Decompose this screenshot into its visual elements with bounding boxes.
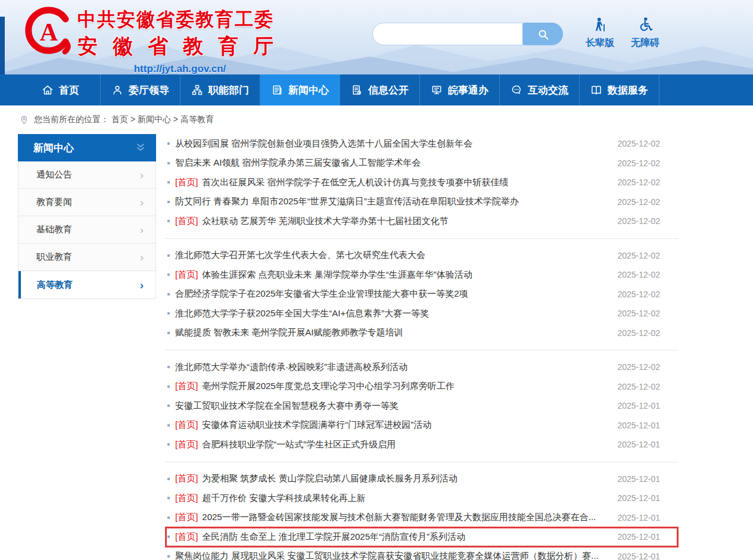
news-title[interactable]: 从校园到国展 宿州学院创新创业项目强势入选第十八届全国大学生创新年会 xyxy=(175,138,608,150)
news-group: 淮北师范大学举办“遗韵传承·校园映彩”非遗进高校系列活动2025-12-02[首… xyxy=(166,357,678,455)
wheelchair-icon xyxy=(637,17,654,33)
front-page-tag: [首页] xyxy=(175,381,198,392)
news-date: 2025-12-02 xyxy=(617,139,660,148)
nav-item-services[interactable]: 皖事通办 xyxy=(420,74,500,105)
sidebar-item-basic-edu[interactable]: 基础教育› xyxy=(18,216,155,244)
news-item[interactable]: [首页]合肥科技职业学院“一站式”学生社区正式升级启用2025-12-01 xyxy=(166,435,678,455)
news-title[interactable]: 聚焦岗位能力 展现职业风采 安徽工贸职业技术学院喜获安徽省职业技能竞赛全媒体运营… xyxy=(175,550,608,560)
news-item[interactable]: 淮北师范大学举办“遗韵传承·校园映彩”非遗进高校系列活动2025-12-02 xyxy=(166,357,678,377)
news-date: 2025-12-01 xyxy=(617,513,660,522)
nav-item-info-public[interactable]: 信息公开 xyxy=(340,74,420,105)
bullet-icon xyxy=(167,273,170,276)
news-title[interactable]: 全民消防 生命至上 淮北理工学院开展2025年“消防宣传月”系列活动 xyxy=(202,531,608,543)
news-item[interactable]: [首页]安徽体育运动职业技术学院圆满举行“门球冠军进校园”活动2025-12-0… xyxy=(166,416,678,435)
bullet-icon xyxy=(167,366,170,368)
nav-label: 职能部门 xyxy=(209,83,249,97)
news-title[interactable]: 赋能提质 智教未来 亳州学院开展AI赋能教师教学专题培训 xyxy=(175,327,608,338)
news-title[interactable]: 首次出征展风采 宿州学院学子在低空无人机设计仿真与竞技专项赛中斩获佳绩 xyxy=(202,177,608,188)
bullet-icon xyxy=(167,220,170,222)
sidebar-item-label: 通知公告 xyxy=(36,169,72,181)
org-title-line1: 中共安徽省委教育工委 xyxy=(77,7,282,32)
news-title[interactable]: 安徽体育运动职业技术学院圆满举行“门球冠军进校园”活动 xyxy=(202,419,608,431)
front-page-tag: [首页] xyxy=(175,269,198,281)
bullet-icon xyxy=(167,385,170,388)
search-button[interactable] xyxy=(522,23,563,45)
front-page-tag: [首页] xyxy=(175,493,198,504)
nav-item-leaders[interactable]: 委厅领导 xyxy=(101,74,181,105)
sidebar-item-higher-edu[interactable]: 高等教育› xyxy=(18,271,155,298)
news-title[interactable]: 超千万作价 安徽大学科技成果转化再上新 xyxy=(202,493,608,504)
bullet-icon xyxy=(167,536,170,538)
bullet-icon xyxy=(167,201,170,203)
data-icon xyxy=(590,84,602,96)
news-title[interactable]: 亳州学院开展2025年度党总支理论学习中心组学习列席旁听工作 xyxy=(202,381,608,392)
news-item[interactable]: 赋能提质 智教未来 亳州学院开展AI赋能教师教学专题培训2025-12-02 xyxy=(166,323,678,343)
news-item-highlighted[interactable]: [首页]全民消防 生命至上 淮北理工学院开展2025年“消防宣传月”系列活动20… xyxy=(166,527,678,547)
news-item[interactable]: 从校园到国展 宿州学院创新创业项目强势入选第十八届全国大学生创新年会2025-1… xyxy=(166,134,678,154)
bullet-icon xyxy=(167,424,170,427)
sidebar-item-notices[interactable]: 通知公告› xyxy=(18,161,155,189)
news-item[interactable]: 智启未来 AI领航 宿州学院承办第三届安徽省人工智能学术年会2025-12-02 xyxy=(166,154,678,173)
departments-icon xyxy=(191,84,203,96)
news-group: 从校园到国展 宿州学院创新创业项目强势入选第十八届全国大学生创新年会2025-1… xyxy=(166,134,678,231)
nav-item-data-service[interactable]: 数据服务 xyxy=(580,74,659,105)
nav-label: 数据服务 xyxy=(608,83,648,97)
front-page-tag: [首页] xyxy=(175,216,198,227)
news-title[interactable]: 淮北师范大学召开第七次学生代表大会、第七次研究生代表大会 xyxy=(175,250,608,261)
news-date: 2025-12-01 xyxy=(617,552,660,560)
bullet-icon xyxy=(167,332,170,334)
front-page-tag: [首页] xyxy=(175,177,198,188)
nav-item-news-center[interactable]: 新闻中心 xyxy=(260,74,340,105)
group-divider xyxy=(166,350,678,350)
news-date: 2025-12-02 xyxy=(617,290,660,299)
news-title[interactable]: 安徽工贸职业技术学院在全国智慧税务大赛中勇夺一等奖 xyxy=(175,400,608,412)
nav-item-home[interactable]: 首页 xyxy=(21,74,101,105)
breadcrumb-trail[interactable]: 首页 > 新闻中心 > 高等教育 xyxy=(111,114,214,125)
front-page-tag: [首页] xyxy=(175,439,198,450)
news-item[interactable]: 防艾同行 青春聚力 阜阳市2025年“世界艾滋病日”主题宣传活动在阜阳职业技术学… xyxy=(166,192,678,212)
news-item[interactable]: 淮北师范大学召开第七次学生代表大会、第七次研究生代表大会2025-12-02 xyxy=(166,246,678,266)
news-item[interactable]: [首页]为爱相聚 筑梦成长 黄山学院启动第八届健康成长服务月系列活动2025-1… xyxy=(166,469,678,489)
breadcrumb-prefix: 您当前所在的位置： xyxy=(34,114,109,125)
news-title[interactable]: 为爱相聚 筑梦成长 黄山学院启动第八届健康成长服务月系列活动 xyxy=(202,473,608,484)
nav-label: 委厅领导 xyxy=(129,83,169,97)
news-item[interactable]: 淮北师范大学学子获2025年全国大学生“AI+信息素养”大赛一等奖2025-12… xyxy=(166,304,678,323)
home-icon xyxy=(42,84,54,96)
sidebar-header[interactable]: 新闻中心 xyxy=(18,134,156,161)
news-item[interactable]: [首页]亳州学院开展2025年度党总支理论学习中心组学习列席旁听工作2025-1… xyxy=(166,377,678,397)
news-title[interactable]: 众社联动 艺展芳华 芜湖职业技术大学举办第十七届社团文化节 xyxy=(202,216,608,227)
elder-version-link[interactable]: 长辈版 xyxy=(581,17,618,49)
sidebar-item-vocational-edu[interactable]: 职业教育› xyxy=(18,244,155,271)
news-title[interactable]: 淮北师范大学举办“遗韵传承·校园映彩”非遗进高校系列活动 xyxy=(175,362,608,373)
news-title[interactable]: 智启未来 AI领航 宿州学院承办第三届安徽省人工智能学术年会 xyxy=(175,157,608,169)
elder-version-label: 长辈版 xyxy=(581,37,618,49)
news-title[interactable]: 2025一带一路暨金砖国家技能发展与技术创新大赛智能财务管理及大数据应用技能全国… xyxy=(202,512,608,523)
news-date: 2025-12-02 xyxy=(617,197,660,207)
news-title[interactable]: 淮北师范大学学子获2025年全国大学生“AI+信息素养”大赛一等奖 xyxy=(175,308,608,319)
news-title[interactable]: 防艾同行 青春聚力 阜阳市2025年“世界艾滋病日”主题宣传活动在阜阳职业技术学… xyxy=(175,196,608,207)
news-item[interactable]: [首页]首次出征展风采 宿州学院学子在低空无人机设计仿真与竞技专项赛中斩获佳绩2… xyxy=(166,173,678,192)
accessibility-link[interactable]: 无障碍 xyxy=(627,17,664,49)
news-item[interactable]: [首页]体验生涯探索 点亮职业未来 巢湖学院举办学生“生涯嘉年华”体验活动202… xyxy=(166,265,678,285)
sidebar-item-edu-news[interactable]: 教育要闻› xyxy=(18,189,155,216)
news-date: 2025-12-02 xyxy=(617,216,660,226)
org-title-line2: 安徽省教育厅 xyxy=(77,33,282,60)
front-page-tag: [首页] xyxy=(175,473,198,484)
bullet-icon xyxy=(167,405,170,407)
news-item[interactable]: 安徽工贸职业技术学院在全国智慧税务大赛中勇夺一等奖2025-12-01 xyxy=(166,396,678,416)
nav-item-interact[interactable]: 互动交流 xyxy=(500,74,580,105)
news-item[interactable]: 合肥经济学院学子在2025年安徽省大学生企业管理技能大赛中获一等奖2项2025-… xyxy=(166,285,678,304)
bullet-icon xyxy=(167,497,170,499)
news-title[interactable]: 合肥经济学院学子在2025年安徽省大学生企业管理技能大赛中获一等奖2项 xyxy=(175,288,608,300)
news-item[interactable]: [首页]2025一带一路暨金砖国家技能发展与技术创新大赛智能财务管理及大数据应用… xyxy=(166,508,678,528)
news-item[interactable]: [首页]超千万作价 安徽大学科技成果转化再上新2025-12-01 xyxy=(166,489,678,508)
news-item[interactable]: 聚焦岗位能力 展现职业风采 安徽工贸职业技术学院喜获安徽省职业技能竞赛全媒体运营… xyxy=(166,547,678,560)
interact-icon xyxy=(511,84,522,96)
nav-item-departments[interactable]: 职能部门 xyxy=(181,74,260,105)
news-date: 2025-12-02 xyxy=(617,270,660,279)
news-title[interactable]: 合肥科技职业学院“一站式”学生社区正式升级启用 xyxy=(202,439,608,450)
news-item[interactable]: [首页]众社联动 艺展芳华 芜湖职业技术大学举办第十七届社团文化节2025-12… xyxy=(166,211,678,231)
news-group: [首页]为爱相聚 筑梦成长 黄山学院启动第八届健康成长服务月系列活动2025-1… xyxy=(166,469,678,560)
search-icon xyxy=(537,28,549,40)
news-title[interactable]: 体验生涯探索 点亮职业未来 巢湖学院举办学生“生涯嘉年华”体验活动 xyxy=(202,269,608,281)
